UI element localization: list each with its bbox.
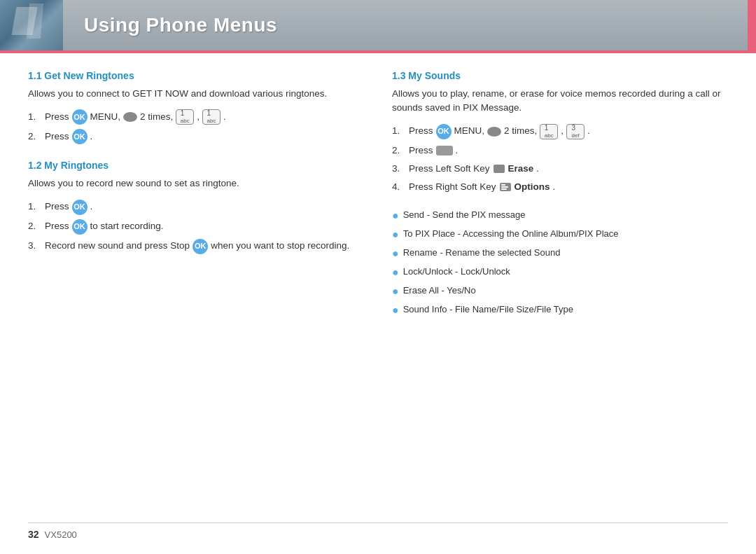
- ok-badge: OK: [72, 219, 88, 235]
- step-row: Record new sound and press Stop OK when …: [45, 239, 349, 254]
- times-label: 2 times,: [140, 110, 173, 124]
- bullet-text: Send - Send the PIX message: [403, 208, 526, 222]
- bullet-dot: ●: [392, 226, 399, 243]
- period: .: [536, 162, 539, 176]
- options-label: Options: [514, 180, 550, 194]
- svg-rect-0: [493, 165, 505, 173]
- nav-key: [487, 127, 501, 137]
- bullet-item-lock: ● Lock/Unlock - Lock/Unlock: [392, 265, 728, 281]
- svg-rect-3: [501, 186, 508, 188]
- step-1-3-1: 1. Press OK MENU, 2 times, 1abc , 3def .: [392, 124, 728, 139]
- ok-badge: OK: [436, 124, 451, 139]
- bullet-item-erase-all: ● Erase All - Yes/No: [392, 284, 728, 300]
- options-bullet-list: ● Send - Send the PIX message ● To PIX P…: [392, 208, 728, 319]
- bullet-item-rename: ● Rename - Rename the selected Sound: [392, 246, 728, 262]
- step-row: Press OK to start recording.: [45, 219, 164, 235]
- record-label: Record new sound and press Stop: [45, 239, 190, 253]
- step-1-3-2: 2. Press .: [392, 144, 728, 158]
- step-num: 3.: [28, 239, 42, 253]
- step-num: 1.: [28, 110, 42, 124]
- step-num: 1.: [392, 124, 406, 138]
- page-header: Using Phone Menus: [0, 0, 756, 50]
- step-num: 3.: [392, 162, 406, 176]
- bullet-dot: ●: [392, 207, 399, 224]
- svg-rect-2: [501, 184, 505, 186]
- bullet-dot: ●: [392, 264, 399, 281]
- key-1a: 1abc: [176, 109, 194, 125]
- section-1-2: 1.2 My Ringtones Allows you to record ne…: [28, 160, 364, 254]
- erase-icon: [493, 163, 505, 174]
- press-right-soft-key-label: Press Right Soft Key: [409, 180, 496, 194]
- bullet-dot: ●: [392, 302, 399, 319]
- period: .: [90, 130, 93, 144]
- options-icon: [499, 181, 512, 193]
- step-num: 2.: [28, 130, 42, 144]
- step-num: 4.: [392, 180, 406, 194]
- left-column: 1.1 Get New Ringtones Allows you to conn…: [28, 70, 364, 334]
- press-label: Press: [409, 144, 433, 158]
- step-num: 2.: [28, 219, 42, 233]
- bullet-text: Rename - Rename the selected Sound: [403, 246, 561, 260]
- bullet-text: Lock/Unlock - Lock/Unlock: [403, 265, 510, 279]
- ok-badge: OK: [72, 129, 88, 144]
- step-1-1-2: 2. Press OK .: [28, 129, 364, 144]
- key-1: 1abc: [540, 124, 558, 139]
- section-1-1-desc: Allows you to connect to GET IT NOW and …: [28, 87, 364, 101]
- bullet-text: Erase All - Yes/No: [403, 284, 476, 298]
- bullet-text: Sound Info - File Name/File Size/File Ty…: [403, 303, 573, 317]
- period: .: [553, 180, 556, 194]
- step-1-2-3: 3. Record new sound and press Stop OK wh…: [28, 239, 364, 254]
- section-1-2-steps: 1. Press OK . 2. Press OK to start recor…: [28, 200, 364, 254]
- key-3: 3def: [566, 124, 584, 139]
- step-row: Press OK MENU, 2 times, 1abc , 3def .: [409, 124, 590, 139]
- ok-badge: OK: [192, 239, 208, 254]
- erase-label: Erase: [508, 162, 534, 176]
- model-name: VX5200: [45, 529, 77, 540]
- step-1-3-4: 4. Press Right Soft Key Options.: [392, 180, 728, 194]
- section-1-1-steps: 1. Press OK MENU, 2 times, 1abc , 1abc .: [28, 109, 364, 144]
- right-column: 1.3 My Sounds Allows you to play, rename…: [392, 70, 728, 334]
- key-1b: 1abc: [202, 109, 220, 125]
- press-label: Press: [45, 130, 69, 144]
- step-row: Press Left Soft Key Erase.: [409, 162, 539, 176]
- nav-key: [123, 112, 137, 122]
- period-sep: .: [223, 110, 226, 124]
- press-label: Press: [45, 110, 69, 124]
- bullet-item-sound-info: ● Sound Info - File Name/File Size/File …: [392, 303, 728, 319]
- main-content: 1.1 Get New Ringtones Allows you to conn…: [0, 53, 756, 351]
- step-row: Press OK .: [45, 200, 92, 215]
- page-title: Using Phone Menus: [84, 14, 277, 36]
- period-sep: .: [587, 124, 590, 138]
- menu-label: MENU,: [454, 124, 485, 138]
- section-1-3: 1.3 My Sounds Allows you to play, rename…: [392, 70, 728, 319]
- section-1-3-title: 1.3 My Sounds: [392, 70, 728, 81]
- bullet-text: To PIX Place - Accessing the Online Albu…: [403, 227, 619, 241]
- comma-sep: ,: [197, 110, 200, 124]
- press-label: Press: [45, 219, 69, 233]
- step-row: Press Right Soft Key Options.: [409, 180, 555, 194]
- ok-badge: OK: [72, 109, 88, 125]
- times-label: 2 times,: [504, 124, 537, 138]
- press-label: Press: [45, 200, 69, 214]
- ok-badge: OK: [72, 200, 88, 215]
- when-stop: when you want to stop recording.: [211, 239, 349, 253]
- step-1-2-1: 1. Press OK .: [28, 200, 364, 215]
- section-1-1: 1.1 Get New Ringtones Allows you to conn…: [28, 70, 364, 144]
- page-number: 32: [28, 529, 39, 540]
- press-left-soft-key-label: Press Left Soft Key: [409, 162, 490, 176]
- to-start: to start recording.: [90, 219, 164, 233]
- period: .: [90, 200, 93, 214]
- section-1-2-desc: Allows you to record new sound to set as…: [28, 176, 364, 191]
- step-num: 1.: [28, 200, 42, 214]
- comma-sep: ,: [561, 124, 564, 138]
- section-1-1-title: 1.1 Get New Ringtones: [28, 70, 364, 81]
- step-num: 2.: [392, 144, 406, 158]
- bullet-dot: ●: [392, 245, 399, 262]
- section-1-2-title: 1.2 My Ringtones: [28, 160, 364, 171]
- step-1-2-2: 2. Press OK to start recording.: [28, 219, 364, 235]
- section-1-3-desc: Allows you to play, rename, or erase for…: [392, 87, 728, 116]
- header-accent-bar: [748, 0, 756, 50]
- page-footer: 32 VX5200: [28, 522, 728, 540]
- step-1-1-1: 1. Press OK MENU, 2 times, 1abc , 1abc .: [28, 109, 364, 125]
- period: .: [456, 144, 458, 158]
